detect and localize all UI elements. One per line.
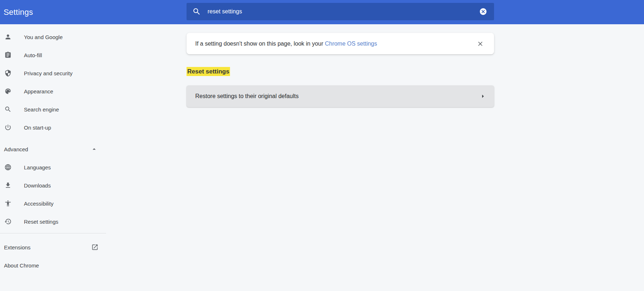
sidebar-item-label: Auto-fill bbox=[24, 52, 42, 58]
sidebar-item-label: On start-up bbox=[24, 125, 51, 131]
chrome-os-settings-banner: If a setting doesn't show on this page, … bbox=[187, 33, 494, 54]
banner-text: If a setting doesn't show on this page, … bbox=[195, 41, 325, 47]
accessibility-icon bbox=[4, 200, 12, 207]
arrow-right-icon bbox=[479, 92, 487, 100]
banner-close-button[interactable] bbox=[477, 40, 484, 47]
person-icon bbox=[4, 33, 12, 41]
chevron-up-icon bbox=[91, 146, 98, 153]
close-icon bbox=[477, 40, 484, 47]
sidebar-item-extensions[interactable]: Extensions bbox=[0, 238, 106, 256]
search-icon bbox=[4, 106, 12, 113]
search-input[interactable] bbox=[208, 8, 432, 15]
search-icon bbox=[192, 7, 201, 16]
sidebar-item-label: You and Google bbox=[24, 34, 63, 40]
sidebar-item-label: About Chrome bbox=[4, 262, 39, 269]
sidebar-item-on-startup[interactable]: On start-up bbox=[0, 118, 106, 136]
clear-search-button[interactable] bbox=[479, 8, 487, 16]
sidebar-item-label: Search engine bbox=[24, 106, 59, 113]
sidebar-item-label: Appearance bbox=[24, 88, 53, 94]
clipboard-icon bbox=[4, 51, 12, 59]
top-bar: Settings bbox=[0, 0, 644, 24]
history-icon bbox=[4, 218, 12, 225]
sidebar-divider bbox=[0, 233, 106, 233]
settings-search-bar[interactable] bbox=[187, 3, 494, 20]
chrome-os-settings-link[interactable]: Chrome OS settings bbox=[325, 41, 377, 47]
palette-icon bbox=[4, 88, 12, 95]
sidebar-item-label: Reset settings bbox=[24, 219, 58, 225]
sidebar-item-label: Privacy and security bbox=[24, 70, 72, 76]
globe-icon bbox=[4, 164, 12, 171]
download-icon bbox=[4, 182, 12, 189]
sidebar-item-autofill[interactable]: Auto-fill bbox=[0, 46, 106, 64]
sidebar-item-reset-settings[interactable]: Reset settings bbox=[0, 212, 106, 231]
shield-icon bbox=[4, 69, 12, 77]
sidebar-item-accessibility[interactable]: Accessibility bbox=[0, 194, 106, 212]
sidebar-item-languages[interactable]: Languages bbox=[0, 158, 106, 176]
sidebar-advanced-toggle[interactable]: Advanced bbox=[0, 140, 106, 158]
section-heading: Reset settings bbox=[187, 68, 230, 75]
advanced-label: Advanced bbox=[4, 146, 28, 152]
sidebar-item-downloads[interactable]: Downloads bbox=[0, 176, 106, 194]
sidebar-item-appearance[interactable]: Appearance bbox=[0, 82, 106, 100]
page-title: Settings bbox=[4, 0, 33, 24]
power-icon bbox=[4, 124, 12, 131]
sidebar-item-label: Languages bbox=[24, 164, 51, 170]
sidebar-item-you-and-google[interactable]: You and Google bbox=[0, 28, 106, 46]
restore-defaults-row[interactable]: Restore settings to their original defau… bbox=[187, 85, 494, 107]
clear-circle-icon bbox=[479, 8, 487, 16]
sidebar: You and Google Auto-fill Privacy and sec… bbox=[0, 24, 106, 274]
search-highlight: Reset settings bbox=[187, 67, 230, 76]
sidebar-item-about-chrome[interactable]: About Chrome bbox=[0, 256, 106, 274]
sidebar-item-privacy-and-security[interactable]: Privacy and security bbox=[0, 64, 106, 82]
sidebar-item-search-engine[interactable]: Search engine bbox=[0, 100, 106, 118]
sidebar-item-label: Accessibility bbox=[24, 201, 54, 207]
restore-defaults-label: Restore settings to their original defau… bbox=[195, 93, 298, 100]
open-in-new-icon bbox=[91, 244, 99, 251]
sidebar-item-label: Downloads bbox=[24, 182, 51, 189]
sidebar-item-label: Extensions bbox=[4, 244, 30, 250]
